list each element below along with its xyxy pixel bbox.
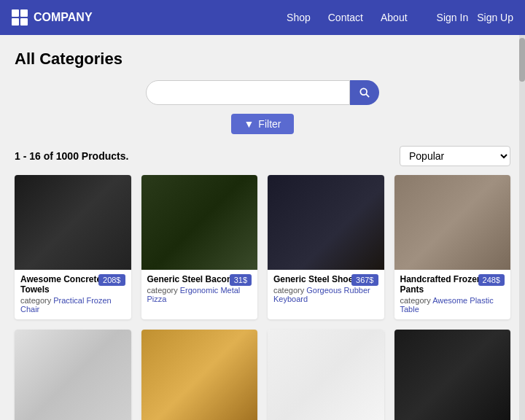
product-info: Handcrafted Frozen Pants category Awesom… <box>394 270 511 319</box>
search-input[interactable] <box>146 80 350 105</box>
product-category-link[interactable]: Practical Frozen Chair <box>20 296 112 314</box>
filter-icon: ▼ <box>244 118 254 130</box>
results-row: 1 - 16 of 1000 Products. Popular Newest … <box>15 146 510 166</box>
product-grid: Awesome Concrete Towels category Practic… <box>15 175 510 420</box>
product-image <box>141 330 258 420</box>
search-button[interactable] <box>350 80 379 105</box>
product-info: Awesome Concrete Towels category Practic… <box>15 270 131 319</box>
product-image <box>268 330 384 420</box>
search-icon <box>359 88 370 98</box>
signin-link[interactable]: Sign In <box>437 12 469 23</box>
product-card[interactable]: Awesome Concrete Towels category Practic… <box>15 175 131 319</box>
main-content: All Categories ▼ Filter 1 - 16 of 1000 P… <box>0 35 525 420</box>
filter-row: ▼ Filter <box>15 114 510 134</box>
nav-auth: Sign In Sign Up <box>437 12 513 23</box>
product-card[interactable]: Handmade Frozen Towels category Ergonomi… <box>15 330 131 420</box>
navbar: COMPANY Shop Contact About Sign In Sign … <box>0 0 525 35</box>
product-category-link[interactable]: Ergonomic Metal Pizza <box>147 286 241 303</box>
signup-link[interactable]: Sign Up <box>477 12 513 23</box>
product-category: category Ergonomic Metal Pizza <box>147 286 252 303</box>
logo[interactable]: COMPANY <box>12 9 93 26</box>
nav-shop[interactable]: Shop <box>287 12 311 23</box>
nav-about[interactable]: About <box>381 12 408 23</box>
product-card[interactable]: Licensed Metal Car category Small Rubber… <box>394 330 511 420</box>
logo-text: COMPANY <box>34 11 93 24</box>
product-card[interactable]: Handcrafted Frozen Pants category Awesom… <box>394 175 511 319</box>
product-price: 367$ <box>351 274 378 286</box>
product-image <box>268 175 384 270</box>
results-count: 1 - 16 of 1000 Products. <box>15 150 128 162</box>
nav-contact[interactable]: Contact <box>328 12 363 23</box>
product-info: Generic Steel Bacon category Ergonomic M… <box>141 270 258 309</box>
product-card[interactable]: Generic Steel Shoes category Gorgeous Ru… <box>268 175 384 319</box>
product-category-link[interactable]: Gorgeous Rubber Keyboard <box>273 286 370 303</box>
svg-point-0 <box>360 88 367 95</box>
search-bar <box>15 80 510 105</box>
page-title: All Categories <box>15 50 510 69</box>
product-price: 208$ <box>98 274 125 286</box>
filter-button[interactable]: ▼ Filter <box>231 114 295 134</box>
product-image <box>141 175 258 270</box>
product-info: Generic Steel Shoes category Gorgeous Ru… <box>268 270 384 309</box>
scrollbar[interactable] <box>519 35 525 420</box>
product-image <box>394 175 511 270</box>
logo-icon <box>12 9 28 26</box>
sort-select[interactable]: Popular Newest Price: Low to High Price:… <box>400 146 510 166</box>
product-price: 31$ <box>230 274 252 286</box>
product-card[interactable]: Intelligent Rubber Chicken category Gene… <box>268 330 384 420</box>
nav-links: Shop Contact About <box>287 12 408 23</box>
scrollbar-thumb[interactable] <box>519 38 525 82</box>
product-category: category Practical Frozen Chair <box>20 296 125 314</box>
filter-label: Filter <box>258 118 281 130</box>
product-category-link[interactable]: Awesome Plastic Table <box>400 296 494 314</box>
product-category: category Gorgeous Rubber Keyboard <box>273 286 378 303</box>
product-image <box>15 175 131 270</box>
product-category: category Awesome Plastic Table <box>400 296 505 314</box>
product-card[interactable]: Generic Steel Bacon category Ergonomic M… <box>141 175 258 319</box>
svg-line-1 <box>366 94 369 97</box>
product-card[interactable]: Incredible Concrete Cheese category Awes… <box>141 330 258 420</box>
product-image <box>394 330 511 420</box>
product-price: 248$ <box>478 274 505 286</box>
product-image <box>15 330 131 420</box>
